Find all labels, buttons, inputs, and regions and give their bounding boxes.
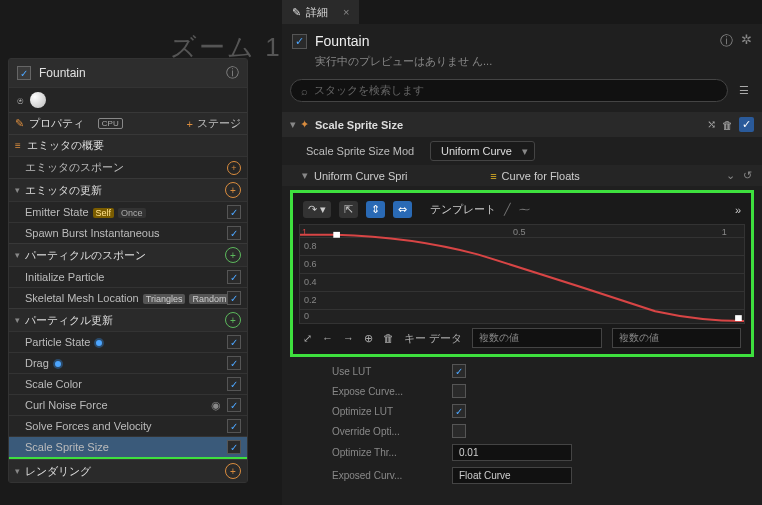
curve-db-icon: ≡ xyxy=(490,170,496,182)
item-spawn-burst[interactable]: Spawn Burst Instantaneous ✓ xyxy=(9,222,247,243)
group-label: エミッタの更新 xyxy=(25,183,225,198)
expand-icon[interactable]: » xyxy=(735,204,741,216)
delete-key-icon[interactable]: 🗑 xyxy=(383,332,394,344)
shuffle-icon[interactable]: ⤭ xyxy=(707,118,716,131)
enable-checkbox[interactable]: ✓ xyxy=(227,270,241,284)
emitter-panel: ✓ Fountain ⓘ ⍟ ✎ プロパティ CPU + ステージ ≡ エミッタ… xyxy=(8,58,248,483)
group-emitter-update[interactable]: ▾ エミッタの更新 + xyxy=(9,178,247,201)
key-data-label: キー データ xyxy=(404,331,462,346)
mode-dropdown[interactable]: Uniform Curve xyxy=(430,141,535,161)
gear-icon[interactable]: ✲ xyxy=(741,32,752,50)
material-orb-icon[interactable] xyxy=(30,92,46,108)
visibility-icon[interactable]: ◉ xyxy=(211,399,221,412)
reset-icon[interactable]: ↺ xyxy=(743,169,752,182)
item-solve-forces[interactable]: Solve Forces and Velocity ✓ xyxy=(9,415,247,436)
item-label: Scale Color xyxy=(25,378,227,390)
curve-toolbar: ↷ ▾ ⇱ ⇕ ⇔ テンプレート ╱ ⁓ » xyxy=(299,199,745,220)
enable-checkbox[interactable]: ✓ xyxy=(227,291,241,305)
fullscreen-icon[interactable]: ⤢ xyxy=(303,332,312,345)
details-panel: ✎ 詳細 × ✓ Fountain ⓘ ✲ 実行中のプレビューはありませ ん..… xyxy=(282,0,762,505)
curve-graph[interactable]: 1 0.5 1 0.80.6 0.40.2 0 xyxy=(299,224,745,324)
module-enable-checkbox[interactable]: ✓ xyxy=(292,34,307,49)
curve-tangent-icon[interactable]: ⁓ xyxy=(519,203,530,216)
item-drag[interactable]: Drag ✓ xyxy=(9,352,247,373)
item-skeletal-mesh-location[interactable]: Skeletal Mesh LocationTrianglesRandom ✓ xyxy=(9,287,247,308)
chevron-down-icon[interactable]: ⌄ xyxy=(726,169,735,182)
add-icon[interactable]: + xyxy=(225,312,241,328)
details-title: Fountain xyxy=(315,33,720,49)
group-label: エミッタの概要 xyxy=(27,138,241,153)
enable-checkbox[interactable]: ✓ xyxy=(227,398,241,412)
expand-arrow-icon: ▾ xyxy=(15,466,25,476)
group-particle-update[interactable]: ▾ パーティクル更新 + xyxy=(9,308,247,331)
section-enable-checkbox[interactable]: ✓ xyxy=(739,117,754,132)
row-use-lut: Use LUT ✓ xyxy=(292,361,752,381)
filter-button[interactable]: ☰ xyxy=(734,79,754,102)
tab-label: 詳細 xyxy=(306,5,328,20)
properties-header[interactable]: ✎ プロパティ CPU + ステージ xyxy=(9,112,247,134)
row-optimize-threshold: Optimize Thr... 0.01 xyxy=(292,441,752,464)
key-y-input[interactable]: 複数の値 xyxy=(612,328,741,348)
item-scale-color[interactable]: Scale Color ✓ xyxy=(9,373,247,394)
key-x-input[interactable]: 複数の値 xyxy=(472,328,601,348)
info-icon[interactable]: ⓘ xyxy=(720,32,733,50)
row-uniform-curve[interactable]: ▾ Uniform Curve Spri ≡ Curve for Floats … xyxy=(282,165,762,186)
enable-checkbox[interactable]: ✓ xyxy=(227,356,241,370)
expand-arrow-icon: ▾ xyxy=(302,169,308,182)
enable-checkbox[interactable]: ✓ xyxy=(227,377,241,391)
checkbox[interactable] xyxy=(452,384,466,398)
tab-details[interactable]: ✎ 詳細 × xyxy=(282,0,359,24)
add-icon[interactable]: + xyxy=(225,182,241,198)
group-emitter-overview[interactable]: ≡ エミッタの概要 xyxy=(9,134,247,156)
item-label: Spawn Burst Instantaneous xyxy=(25,227,227,239)
item-particle-state[interactable]: Particle State ✓ xyxy=(9,331,247,352)
prop-label: Override Opti... xyxy=(292,426,452,437)
item-scale-sprite-size[interactable]: Scale Sprite Size ✓ xyxy=(9,436,247,459)
pencil-icon: ✎ xyxy=(292,6,301,19)
group-rendering[interactable]: ▾ レンダリング + xyxy=(9,459,247,482)
row-expose-curve: Expose Curve... xyxy=(292,381,752,401)
template-dropdown[interactable]: テンプレート xyxy=(430,202,496,217)
next-key-icon[interactable]: → xyxy=(343,332,354,344)
add-key-icon[interactable]: ⊕ xyxy=(364,332,373,345)
enable-checkbox[interactable]: ✓ xyxy=(227,440,241,454)
text-input[interactable]: Float Curve xyxy=(452,467,572,484)
prop-label: Expose Curve... xyxy=(292,386,452,397)
section-label: Scale Sprite Size xyxy=(315,119,707,131)
snap-y-button[interactable]: ⇔ xyxy=(393,201,412,218)
enable-checkbox[interactable]: ✓ xyxy=(227,226,241,240)
add-icon[interactable]: + xyxy=(227,161,241,175)
emitter-header[interactable]: ✓ Fountain ⓘ xyxy=(9,59,247,88)
external-button[interactable]: ⇱ xyxy=(339,201,358,218)
info-icon[interactable]: ⓘ xyxy=(226,64,239,82)
item-curl-noise[interactable]: Curl Noise Force ◉ ✓ xyxy=(9,394,247,415)
enable-checkbox[interactable]: ✓ xyxy=(227,419,241,433)
item-emitter-spawn[interactable]: エミッタのスポーン + xyxy=(9,156,247,178)
item-label: Skeletal Mesh LocationTrianglesRandom xyxy=(25,292,227,304)
trash-icon[interactable]: 🗑 xyxy=(722,119,733,131)
enable-checkbox[interactable]: ✓ xyxy=(227,205,241,219)
person-icon[interactable]: ⍟ xyxy=(17,94,24,106)
search-input[interactable]: ⌕ スタックを検索します xyxy=(290,79,728,102)
checkbox[interactable]: ✓ xyxy=(452,364,466,378)
properties-label: プロパティ xyxy=(29,116,93,131)
enable-checkbox[interactable]: ✓ xyxy=(227,335,241,349)
prev-key-icon[interactable]: ← xyxy=(322,332,333,344)
expand-arrow-icon: ▾ xyxy=(15,185,25,195)
curve-menu-button[interactable]: ↷ ▾ xyxy=(303,201,331,218)
item-emitter-state[interactable]: Emitter StateSelfOnce ✓ xyxy=(9,201,247,222)
close-icon[interactable]: × xyxy=(343,6,349,18)
line-tangent-icon[interactable]: ╱ xyxy=(504,203,511,216)
group-particle-spawn[interactable]: ▾ パーティクルのスポーン + xyxy=(9,243,247,266)
add-icon[interactable]: + xyxy=(225,463,241,479)
item-initialize-particle[interactable]: Initialize Particle ✓ xyxy=(9,266,247,287)
checkbox[interactable]: ✓ xyxy=(452,404,466,418)
section-scale-sprite-size[interactable]: ▾ ✦ Scale Sprite Size ⤭ 🗑 ✓ xyxy=(282,112,762,137)
number-input[interactable]: 0.01 xyxy=(452,444,572,461)
stage-add-icon[interactable]: + xyxy=(187,118,193,130)
emitter-enable-checkbox[interactable]: ✓ xyxy=(17,66,31,80)
add-icon[interactable]: + xyxy=(225,247,241,263)
checkbox[interactable] xyxy=(452,424,466,438)
item-label: エミッタのスポーン xyxy=(25,160,227,175)
snap-x-button[interactable]: ⇕ xyxy=(366,201,385,218)
